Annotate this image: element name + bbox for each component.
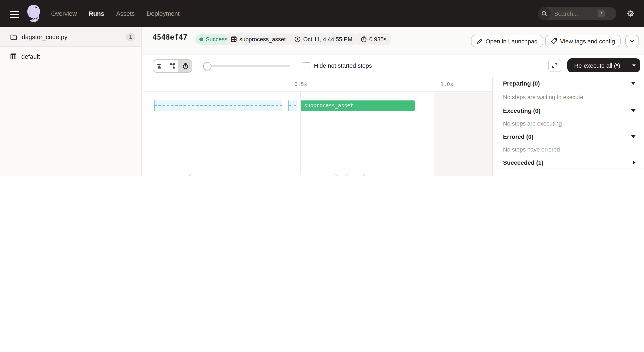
expand-icon — [552, 62, 558, 68]
run-id: 4548ef47 — [152, 33, 188, 41]
stopwatch-icon — [361, 36, 367, 42]
sidebar-code-location[interactable]: dagster_code.py 1 — [0, 27, 142, 47]
search-icon — [538, 7, 551, 20]
panel-section-errored[interactable]: Errored (0) — [493, 130, 644, 143]
sidebar-item-default[interactable]: default — [0, 47, 142, 66]
job-name-label: default — [21, 53, 40, 60]
gantt-toolbar: Hide not started steps Re-execute all (*… — [142, 54, 644, 77]
nav-overview[interactable]: Overview — [51, 10, 77, 17]
code-location-label: dagster_code.py — [22, 33, 67, 40]
asset-chip[interactable]: subprocess_asset — [226, 33, 290, 45]
run-actions-menu-button[interactable] — [625, 35, 639, 47]
dependency-dashed-line — [154, 105, 282, 106]
gantt-chart: subprocess_asset ◈ Hide unselected steps — [142, 91, 492, 176]
flat-view-button[interactable] — [153, 60, 166, 72]
graph-options-button[interactable]: ◈ — [344, 174, 367, 176]
gantt-overtime-shade — [434, 91, 492, 176]
hide-not-started-label: Hide not started steps — [314, 62, 372, 69]
ruler-tick-10: 1.0s — [440, 81, 453, 87]
view-tags-config-button[interactable]: View tags and config — [545, 35, 620, 47]
caret-down-icon — [631, 135, 636, 138]
clock-icon — [294, 36, 301, 42]
nav-links: Overview Runs Assets Deployment — [51, 0, 192, 27]
hide-not-started-checkbox[interactable] — [303, 62, 310, 69]
folder-icon — [10, 34, 17, 40]
dependency-dashed-line-2 — [288, 105, 296, 106]
panel-message-executing: No steps are executing — [493, 117, 644, 130]
panel-section-preparing[interactable]: Preparing (0) — [493, 77, 644, 90]
global-search[interactable]: / — [538, 7, 616, 20]
panel-section-executing[interactable]: Executing (0) — [493, 104, 644, 117]
run-count-badge: 1 — [126, 33, 136, 41]
caret-right-icon — [633, 160, 636, 164]
panel-message-preparing: No steps are waiting to execute — [493, 90, 644, 104]
caret-down-icon — [631, 109, 636, 112]
timed-view-button[interactable] — [179, 60, 192, 72]
run-header: 4548ef47 Success subprocess_asset Oct 11… — [142, 27, 644, 54]
nav-deployment[interactable]: Deployment — [146, 10, 180, 17]
duration-chip: 0.935s — [356, 33, 391, 45]
open-in-launchpad-button[interactable]: Open in Launchpad — [471, 35, 543, 47]
zoom-slider-thumb[interactable] — [203, 62, 211, 70]
status-badge: Success — [195, 34, 232, 45]
caret-down-icon — [631, 82, 636, 85]
gantt-ruler: 0.5s 1.0s — [142, 77, 492, 91]
nav-assets[interactable]: Assets — [116, 10, 134, 17]
caret-down-icon — [632, 64, 636, 67]
zoom-slider[interactable] — [206, 65, 290, 67]
waterfall-view-button[interactable] — [166, 60, 179, 72]
reexecute-menu-button[interactable] — [628, 64, 640, 67]
reexecute-all-button[interactable]: Re-execute all (*) — [567, 58, 640, 72]
dagster-run-page: Overview Runs Assets Deployment / — [0, 0, 644, 176]
status-dot — [199, 37, 203, 41]
hide-not-started-control: Hide not started steps — [303, 59, 372, 72]
tag-icon — [551, 38, 557, 44]
nav-runs[interactable]: Runs — [89, 10, 104, 17]
timestamp-chip[interactable]: Oct 11, 4:44:55 PM — [290, 33, 357, 45]
dagster-logo[interactable] — [25, 3, 42, 24]
asset-grid-icon — [231, 36, 237, 42]
chevron-down-icon — [630, 39, 634, 42]
sidebar: dagster_code.py 1 default dagster_code.p… — [0, 27, 142, 176]
job-grid-icon — [10, 53, 16, 60]
ruler-tick-05: 0.5s — [294, 81, 307, 87]
hide-unselected-control: Hide unselected steps — [374, 175, 442, 176]
step-subset-input-wrap[interactable] — [187, 174, 340, 176]
gear-icon[interactable] — [627, 10, 635, 17]
panel-section-succeeded[interactable]: Succeeded (1) — [493, 156, 644, 169]
hamburger-menu-icon[interactable] — [10, 11, 19, 18]
search-shortcut-key: / — [598, 10, 605, 17]
panel-message-errored: No steps have errored — [493, 143, 644, 156]
step-status-panel: Preparing (0) No steps are waiting to ex… — [492, 77, 644, 176]
pencil-icon — [476, 38, 482, 44]
gantt-step-bar[interactable]: subprocess_asset — [301, 100, 415, 111]
gantt-fullscreen-button[interactable] — [548, 59, 561, 72]
gantt-view-toggle — [153, 59, 192, 73]
search-input[interactable] — [553, 10, 598, 17]
top-navbar: Overview Runs Assets Deployment / — [0, 0, 644, 27]
